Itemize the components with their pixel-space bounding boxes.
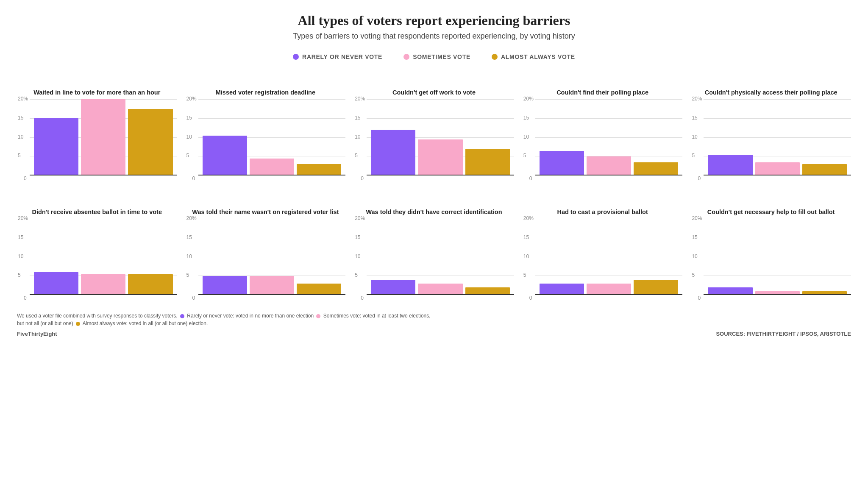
x-axis-line [535,175,683,175]
bar [250,276,294,295]
chart-bar-label: Couldn't get off work to vote [392,73,476,97]
bar [34,118,78,175]
y-axis-label: 20% [355,215,365,221]
y-axis-label: 20% [186,215,197,221]
bar-chart: 20%151050 [186,219,346,303]
bar [34,272,78,295]
footer-sometimes-text: Sometimes vote: voted in at least two el… [323,313,431,319]
y-axis-label: 10 [523,134,529,140]
bar-chart: 20%151050 [691,219,851,303]
footer-note-text: We used a voter file combined with surve… [17,313,178,319]
bars-area [367,219,514,295]
branding: FiveThirtyEight [17,331,57,337]
legend-item-rarely: RARELY OR NEVER VOTE [293,53,382,60]
x-axis-line [367,294,514,295]
bar-chart: 20%151050 [523,219,683,303]
bars-area [704,219,851,295]
legend-label-always: ALMOST ALWAYS VOTE [501,53,575,60]
y-axis-label: 20% [186,96,197,102]
x-axis-line [198,294,346,295]
y-axis-label: 10 [692,134,697,140]
bar-chart: 20%151050 [186,99,346,184]
zero-label: 0 [24,175,27,181]
zero-label: 0 [361,175,364,181]
chart-cell: Missed voter registration deadline20%151… [186,73,346,184]
bar [465,149,510,175]
legend-dot-rarely [293,54,299,60]
chart-subtitle: Types of barriers to voting that respond… [17,32,851,41]
legend: RARELY OR NEVER VOTE SOMETIMES VOTE ALMO… [17,53,851,60]
bar [418,284,462,295]
y-axis-label: 5 [692,272,695,278]
chart-title: All types of voters report experiencing … [17,13,851,28]
zero-label: 0 [698,295,701,301]
y-axis-label: 10 [18,253,23,259]
y-axis-label: 15 [692,234,697,240]
bar [418,139,462,176]
y-axis-label: 10 [523,253,529,259]
bar-chart: 20%151050 [523,99,683,184]
bar [708,155,752,176]
bar-chart: 20%151050 [354,99,514,184]
y-axis-label: 15 [18,234,23,240]
bar [81,99,125,175]
chart-bar-label: Was told they didn't have correct identi… [366,192,502,216]
bar [203,136,247,176]
bar [297,284,341,295]
bar [634,162,678,176]
chart-cell: Couldn't get necessary help to fill out … [691,192,851,303]
bar [371,280,415,295]
x-axis-line [704,175,851,175]
bar [371,130,415,175]
bar-chart: 20%151050 [691,99,851,184]
bars-area [198,99,346,175]
y-axis-label: 10 [18,134,23,140]
zero-label: 0 [698,175,701,181]
bars-area [367,99,514,175]
y-axis-label: 20% [692,96,702,102]
footer-dot-rarely [180,314,184,318]
bar [634,280,678,295]
footer-rarely-text: Rarely or never vote: voted in no more t… [187,313,314,319]
chart-bar-label: Didn't receive absentee ballot in time t… [32,192,162,216]
y-axis-label: 20% [692,215,702,221]
bar [203,276,247,295]
bar [297,164,341,175]
chart-cell: Couldn't find their polling place20%1510… [523,73,683,184]
y-axis-label: 5 [523,153,526,159]
y-axis-label: 15 [523,234,529,240]
footer-dot-sometimes [316,314,320,318]
y-axis-label: 5 [18,272,21,278]
y-axis-label: 10 [692,253,697,259]
charts-row1: Waited in line to vote for more than an … [17,73,851,184]
y-axis-label: 15 [186,115,192,121]
y-axis-label: 5 [18,153,21,159]
bar [540,151,584,176]
bar [587,284,631,295]
bars-area [198,219,346,295]
chart-bar-label: Was told their name wasn't on registered… [192,192,339,216]
y-axis-label: 5 [692,153,695,159]
chart-bar-label: Couldn't find their polling place [556,73,648,97]
y-axis-label: 5 [355,153,358,159]
y-axis-label: 15 [18,115,23,121]
charts-row2: Didn't receive absentee ballot in time t… [17,192,851,303]
bars-area [30,219,177,295]
chart-bar-label: Couldn't get necessary help to fill out … [707,192,835,216]
y-axis-label: 10 [186,253,192,259]
y-axis-label: 5 [186,272,189,278]
footer-note: We used a voter file combined with surve… [17,312,695,327]
x-axis-line [367,175,514,175]
y-axis-label: 20% [18,215,28,221]
y-axis-label: 10 [186,134,192,140]
y-axis-label: 5 [523,272,526,278]
legend-dot-always [492,54,498,60]
y-axis-label: 20% [523,96,534,102]
zero-label: 0 [529,295,532,301]
legend-item-sometimes: SOMETIMES VOTE [403,53,470,60]
bars-area [704,99,851,175]
footer-sources: FiveThirtyEight SOURCES: FIVETHIRTYEIGHT… [17,331,851,337]
bars-area [535,219,683,295]
y-axis-label: 20% [18,96,28,102]
chart-bar-label: Waited in line to vote for more than an … [33,73,160,97]
